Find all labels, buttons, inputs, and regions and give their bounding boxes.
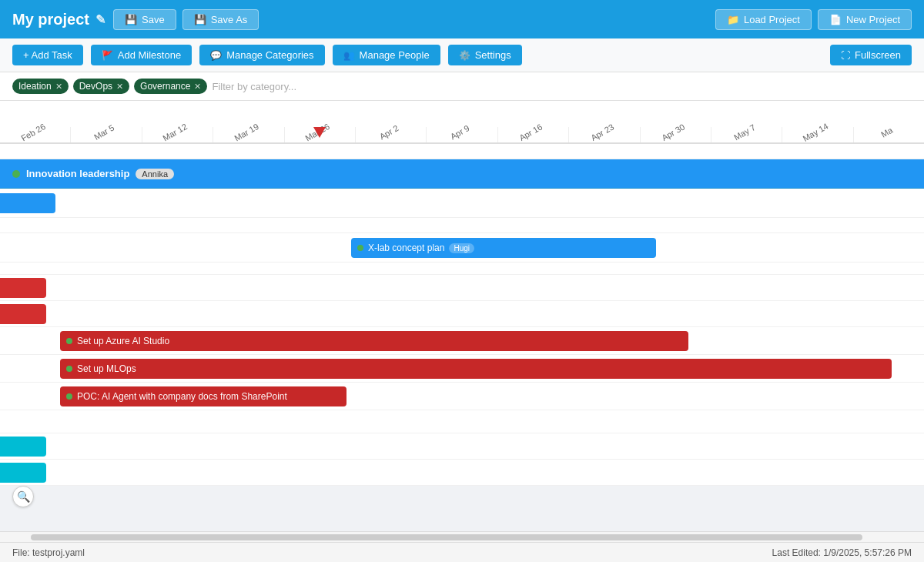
date-col-12: Ma [854, 127, 924, 142]
date-col-1: Mar 5 [71, 127, 142, 142]
task-dot-xlab [357, 245, 363, 251]
add-milestone-button[interactable]: 🚩 Add Milestone [91, 45, 192, 65]
settings-button[interactable]: ⚙️ Settings [448, 45, 522, 65]
task-bar-azure-ai[interactable]: Set up Azure AI Studio [60, 331, 688, 351]
gantt-scroll-area[interactable]: Feb 26 Mar 5 Mar 12 Mar 19 Mar 26 Apr 2 … [0, 101, 924, 531]
spacer-row-2 [0, 218, 924, 233]
task-bar-mlops[interactable]: Set up MLOps [60, 359, 892, 379]
task-row-poc: POC: AI Agent with company docs from Sha… [0, 383, 924, 410]
load-project-button[interactable]: 📁 Load Project [715, 9, 812, 30]
top-bar-right-buttons: 📁 Load Project 📄 New Project [715, 9, 912, 30]
manage-categories-button[interactable]: 💬 Manage Categories [199, 45, 324, 65]
date-col-10: May 7 [711, 127, 782, 142]
group-dot [12, 170, 20, 178]
milestone-icon: 🚩 [102, 50, 113, 61]
filter-tag-devops: DevOps ✕ [73, 79, 129, 94]
spacer-row-4 [0, 410, 924, 433]
filter-bar: Ideation ✕ DevOps ✕ Governance ✕ Filter … [0, 72, 924, 101]
task-dot-azure-ai [66, 338, 72, 344]
mini-red-row-2 [0, 301, 924, 327]
task-bar-poc[interactable]: POC: AI Agent with company docs from Sha… [60, 386, 346, 406]
task-person-hugi: Hugi [449, 243, 474, 253]
filter-tag-governance: Governance ✕ [134, 79, 207, 94]
date-col-3: Mar 19 [213, 127, 284, 142]
today-marker [313, 127, 326, 138]
date-col-4-today: Mar 26 [285, 127, 356, 142]
group-person-annika: Annika [136, 169, 174, 179]
date-col-8: Apr 23 [569, 127, 640, 142]
mini-red-block-2[interactable] [0, 304, 46, 324]
spacer-row-top [0, 144, 924, 159]
date-col-5: Apr 2 [356, 127, 427, 142]
horizontal-scrollbar-thumb[interactable] [31, 534, 862, 540]
fullscreen-button[interactable]: ⛶ Fullscreen [830, 45, 912, 65]
task-row-1 [0, 189, 924, 218]
task-label-azure-ai: Set up Azure AI Studio [77, 336, 169, 346]
task-bar-blue-short[interactable] [0, 193, 55, 213]
task-label-xlab: X-lab concept plan [368, 243, 444, 253]
task-row-xlab: X-lab concept plan Hugi [0, 233, 924, 263]
ideation-label: Ideation [18, 81, 52, 92]
load-project-icon: 📁 [727, 14, 739, 25]
task-label-mlops: Set up MLOps [77, 363, 136, 374]
status-bar: File: testproj.yaml Last Edited: 1/9/202… [0, 542, 924, 562]
save-as-button[interactable]: 💾 Save As [182, 9, 259, 30]
mini-red-row-1 [0, 275, 924, 301]
task-row-mlops: Set up MLOps [0, 355, 924, 383]
save-icon: 💾 [125, 14, 137, 25]
filter-tag-ideation: Ideation ✕ [12, 79, 69, 94]
task-bar-xlab[interactable]: X-lab concept plan Hugi [351, 238, 656, 258]
date-col-11: May 14 [782, 127, 853, 142]
cyan-block-2[interactable] [0, 463, 46, 483]
gantt-body: Innovation leadership Annika X-lab conce… [0, 144, 924, 486]
top-bar-left: My project ✎ 💾 Save 💾 Save As [12, 9, 259, 30]
cyan-row-1 [0, 433, 924, 460]
gantt-header: Feb 26 Mar 5 Mar 12 Mar 19 Mar 26 Apr 2 … [0, 101, 924, 144]
remove-governance-filter[interactable]: ✕ [194, 82, 201, 92]
toolbar: + Add Task 🚩 Add Milestone 💬 Manage Cate… [0, 38, 924, 72]
save-as-icon: 💾 [194, 14, 206, 25]
app-title-area: My project ✎ [12, 11, 105, 28]
group-title: Innovation leadership [26, 168, 129, 179]
new-project-icon: 📄 [829, 14, 842, 25]
app-title: My project [12, 11, 89, 28]
categories-icon: 💬 [210, 50, 222, 61]
top-bar-save-buttons: 💾 Save 💾 Save As [113, 9, 259, 30]
edit-title-icon[interactable]: ✎ [95, 12, 105, 27]
save-button[interactable]: 💾 Save [113, 9, 176, 30]
file-label: File: testproj.yaml [12, 547, 85, 558]
task-dot-mlops [66, 366, 72, 372]
filter-placeholder[interactable]: Filter by category... [212, 81, 296, 92]
main-content: + Add Task 🚩 Add Milestone 💬 Manage Cate… [0, 38, 924, 562]
cyan-row-2 [0, 460, 924, 486]
remove-ideation-filter[interactable]: ✕ [55, 82, 62, 92]
date-col-0: Feb 26 [0, 127, 71, 142]
task-label-poc: POC: AI Agent with company docs from Sha… [77, 391, 287, 402]
settings-icon: ⚙️ [459, 50, 470, 61]
top-bar: My project ✎ 💾 Save 💾 Save As 📁 Load Pro… [0, 0, 924, 38]
spacer-row-3 [0, 263, 924, 275]
search-icon-container[interactable]: 🔍 [12, 486, 34, 507]
task-dot-poc [66, 393, 72, 400]
mini-red-block-1[interactable] [0, 278, 46, 298]
date-col-9: Apr 30 [641, 127, 711, 142]
date-col-2: Mar 12 [142, 127, 213, 142]
governance-label: Governance [140, 81, 190, 92]
search-button[interactable]: 🔍 [12, 486, 34, 507]
new-project-button[interactable]: 📄 New Project [818, 9, 912, 30]
manage-people-button[interactable]: 👥 Manage People [333, 45, 440, 65]
cyan-block-1[interactable] [0, 437, 46, 457]
people-icon: 👥 [343, 50, 355, 61]
horizontal-scrollbar-area[interactable] [0, 531, 924, 542]
last-edited-label: Last Edited: 1/9/2025, 5:57:26 PM [772, 547, 912, 558]
group-header-innovation: Innovation leadership Annika [0, 159, 924, 189]
date-col-7: Apr 16 [498, 127, 569, 142]
add-task-button[interactable]: + Add Task [12, 45, 83, 65]
search-icon: 🔍 [17, 490, 30, 503]
devops-label: DevOps [79, 81, 112, 92]
remove-devops-filter[interactable]: ✕ [116, 82, 123, 92]
date-col-6: Apr 9 [427, 127, 497, 142]
task-row-azure-ai: Set up Azure AI Studio [0, 327, 924, 355]
fullscreen-icon: ⛶ [841, 50, 850, 61]
